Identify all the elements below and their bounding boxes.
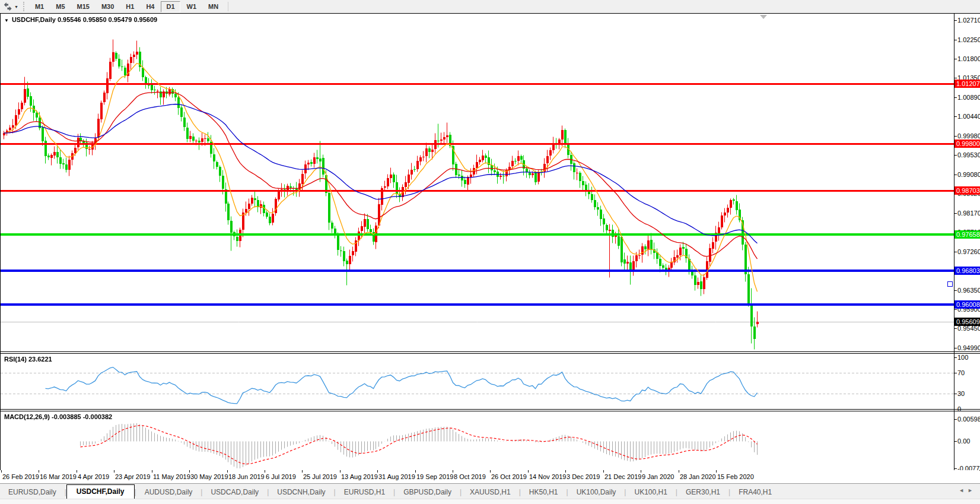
axis-tick <box>954 348 957 348</box>
timeframe-button-h1[interactable]: H1 <box>120 1 139 12</box>
rsi-panel-canvas[interactable] <box>1 354 954 409</box>
date-tick <box>453 470 453 473</box>
price-tick-label: 0.96350 <box>957 287 980 294</box>
axis-tick <box>954 419 957 420</box>
chart-ohlc-text: USDCHF,Daily 0.95546 0.95850 0.95479 0.9… <box>12 16 157 23</box>
chart-tab-fra40-h1[interactable]: FRA40,H1 <box>730 486 780 499</box>
axis-tick <box>954 78 957 78</box>
rsi-tick-label: 100 <box>957 354 968 361</box>
axis-tick <box>954 175 957 175</box>
timeframe-button-d1[interactable]: D1 <box>161 1 180 12</box>
level-price-label: 0.96803 <box>954 267 980 275</box>
line-handle[interactable] <box>947 281 953 287</box>
date-tick-label: 26 Feb 2019 <box>2 473 39 480</box>
chart-tab-ger30-h1[interactable]: GER30,H1 <box>677 486 728 499</box>
scroll-right-icon[interactable]: ► <box>968 487 976 493</box>
chart-tab-uk100-daily[interactable]: UK100,Daily <box>568 486 625 499</box>
level-price-label: 0.99800 <box>954 140 980 148</box>
axis-tick <box>954 213 957 214</box>
date-tick-label: 31 Aug 2019 <box>378 473 415 480</box>
rsi-label: RSI(14) 23.6221 <box>4 356 52 363</box>
chart-tab-xauusd-h1[interactable]: XAUUSD,H1 <box>462 486 519 499</box>
rsi-axis[interactable]: 10070300 <box>954 354 980 409</box>
tab-scroll-arrows: ◄► <box>959 487 976 493</box>
timeframe-button-w1[interactable]: W1 <box>182 1 202 12</box>
date-tick-label: 13 Aug 2019 <box>341 473 378 480</box>
macd-panel-canvas[interactable] <box>1 411 954 470</box>
chart-tab-eurusd-h1[interactable]: EURUSD,H1 <box>336 486 393 499</box>
timeframe-button-h4[interactable]: H4 <box>141 1 160 12</box>
date-tick <box>641 470 641 473</box>
date-tick-label: 4 Apr 2019 <box>78 473 109 480</box>
axis-tick <box>954 309 957 310</box>
chart-tab-bar: EURUSD,Daily|USDCHF,Daily|AUDUSD,Daily|U… <box>0 483 980 499</box>
timeframe-button-mn[interactable]: MN <box>203 1 224 12</box>
timeframe-button-m1[interactable]: M1 <box>30 1 49 12</box>
toolbar-separator <box>228 2 228 11</box>
axis-tick <box>954 468 957 469</box>
panel-splitter[interactable] <box>1 351 980 352</box>
date-tick <box>114 470 114 473</box>
level-price-label: 1.01207 <box>954 80 980 88</box>
date-tick <box>227 470 228 473</box>
chart-tab-usdcnh-daily[interactable]: USDCNH,Daily <box>269 486 333 499</box>
timeframe-button-m15[interactable]: M15 <box>72 1 95 12</box>
axis-tick <box>954 59 957 59</box>
date-tick <box>1 470 2 473</box>
date-axis[interactable]: 26 Feb 201916 Mar 20194 Apr 201923 Apr 2… <box>0 470 979 483</box>
timeframe-button-m30[interactable]: M30 <box>96 1 119 12</box>
axis-tick <box>954 136 957 137</box>
chart-tab-hk50-h1[interactable]: HK50,H1 <box>521 486 567 499</box>
chart-tab-gbpusd-daily[interactable]: GBPUSD,Daily <box>395 486 460 499</box>
chart-tab-uk100-h1[interactable]: UK100,H1 <box>626 486 675 499</box>
chart-title: ▼USDCHF,Daily 0.95546 0.95850 0.95479 0.… <box>4 16 157 23</box>
date-tick <box>528 470 529 473</box>
price-tick-label: 1.02710 <box>957 17 980 24</box>
date-tick-label: 3 Dec 2019 <box>567 473 600 480</box>
timeframe-button-m5[interactable]: M5 <box>50 1 70 12</box>
axis-tick <box>954 357 957 358</box>
date-tick <box>340 470 341 473</box>
axis-tick <box>954 441 957 442</box>
macd-tick-label: 0.00 <box>957 438 970 445</box>
level-price-label: 0.97658 <box>954 230 980 239</box>
date-tick-label: 30 May 2019 <box>190 473 228 480</box>
date-tick-label: 19 Sep 2019 <box>416 473 453 480</box>
timeframes-icon <box>4 2 12 11</box>
toolbar-grip[interactable] <box>23 2 26 11</box>
panel-splitter[interactable] <box>1 409 980 410</box>
date-tick <box>377 470 378 473</box>
axis-tick <box>954 20 957 21</box>
date-tick-label: 9 Jan 2020 <box>642 473 674 480</box>
chart-tab-usdcad-daily[interactable]: USDCAD,Daily <box>202 486 267 499</box>
date-tick-label: 15 Feb 2020 <box>717 473 754 480</box>
price-axis[interactable]: 1.027101.022501.018001.013501.008901.004… <box>954 14 980 351</box>
axis-tick <box>954 97 957 98</box>
shift-marker-icon[interactable] <box>760 15 767 19</box>
date-tick-label: 14 Nov 2019 <box>529 473 566 480</box>
chart-tab-audusd-daily[interactable]: AUDUSD,Daily <box>136 486 201 499</box>
symbol-dropdown-icon[interactable]: ▼ <box>4 18 9 23</box>
price-chart-canvas[interactable] <box>1 14 954 351</box>
axis-tick <box>954 155 957 156</box>
axis-tick <box>954 290 957 291</box>
date-tick <box>716 470 717 473</box>
timeframes-button[interactable]: ▼ <box>0 1 22 12</box>
macd-axis[interactable]: 0.0059860.00-0.007737 <box>954 411 980 470</box>
date-tick <box>415 470 416 473</box>
rsi-tick-label: 30 <box>957 390 965 397</box>
date-tick-label: 28 Jan 2020 <box>680 473 716 480</box>
chart-tab-usdchf-daily[interactable]: USDCHF,Daily <box>66 484 135 499</box>
date-tick <box>265 470 265 473</box>
terminal-window: ▼ M1M5M15M30H1H4D1W1MN ▼USDCHF,Daily 0.9… <box>0 0 980 504</box>
chart-tab-eurusd-daily[interactable]: EURUSD,Daily <box>0 486 65 499</box>
date-tick-label: 25 Jul 2019 <box>303 473 337 480</box>
macd-tick-label: 0.005986 <box>957 416 980 423</box>
period-toolbar: ▼ M1M5M15M30H1H4D1W1MN <box>0 0 980 14</box>
date-tick-label: 23 Apr 2019 <box>115 473 150 480</box>
axis-tick <box>954 409 957 410</box>
price-tick-label: 1.02250 <box>957 36 980 43</box>
date-tick-label: 16 Mar 2019 <box>40 473 77 480</box>
date-tick <box>490 470 491 473</box>
scroll-left-icon[interactable]: ◄ <box>959 487 968 493</box>
